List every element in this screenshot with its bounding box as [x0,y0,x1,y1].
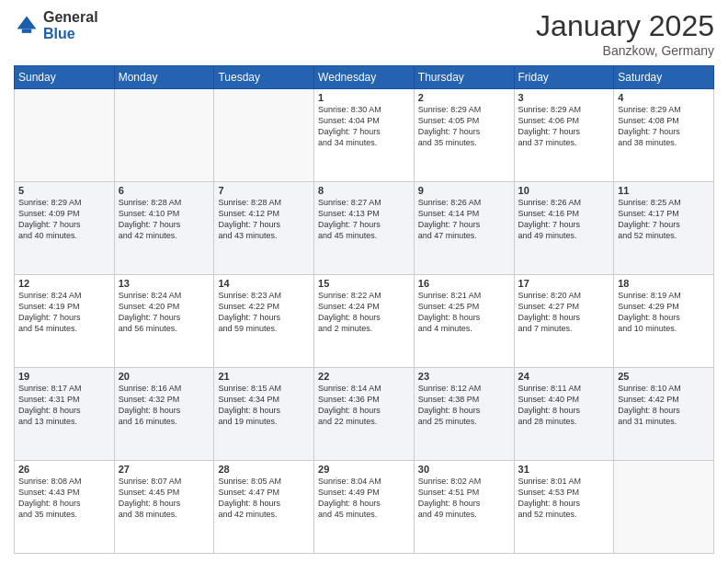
day-number: 4 [618,92,710,103]
table-cell: 12Sunrise: 8:24 AM Sunset: 4:19 PM Dayli… [15,275,115,368]
day-info: Sunrise: 8:19 AM Sunset: 4:29 PM Dayligh… [618,290,710,335]
day-info: Sunrise: 8:27 AM Sunset: 4:13 PM Dayligh… [318,197,410,242]
col-tuesday: Tuesday [214,66,314,89]
day-number: 9 [418,185,510,196]
day-info: Sunrise: 8:08 AM Sunset: 4:43 PM Dayligh… [18,476,110,521]
col-monday: Monday [114,66,214,89]
day-number: 2 [418,92,510,103]
table-cell: 20Sunrise: 8:16 AM Sunset: 4:32 PM Dayli… [114,368,214,461]
table-cell: 15Sunrise: 8:22 AM Sunset: 4:24 PM Dayli… [314,275,415,368]
col-friday: Friday [514,66,614,89]
table-cell: 21Sunrise: 8:15 AM Sunset: 4:34 PM Dayli… [214,368,314,461]
table-cell [614,461,714,554]
table-cell: 8Sunrise: 8:27 AM Sunset: 4:13 PM Daylig… [314,182,415,275]
month-title: January 2025 [536,9,714,43]
logo-text: General Blue [43,9,98,41]
table-cell: 9Sunrise: 8:26 AM Sunset: 4:14 PM Daylig… [414,182,514,275]
calendar-week-3: 12Sunrise: 8:24 AM Sunset: 4:19 PM Dayli… [15,275,714,368]
day-info: Sunrise: 8:24 AM Sunset: 4:20 PM Dayligh… [119,290,210,335]
day-info: Sunrise: 8:30 AM Sunset: 4:04 PM Dayligh… [318,104,410,149]
table-cell: 27Sunrise: 8:07 AM Sunset: 4:45 PM Dayli… [114,461,214,554]
table-cell: 19Sunrise: 8:17 AM Sunset: 4:31 PM Dayli… [15,368,115,461]
day-number: 3 [518,92,610,103]
day-number: 8 [318,185,410,196]
logo-general: General [43,9,98,26]
day-number: 26 [18,464,110,475]
day-info: Sunrise: 8:29 AM Sunset: 4:09 PM Dayligh… [18,197,110,242]
col-sunday: Sunday [15,66,115,89]
day-number: 22 [318,371,410,382]
table-cell [114,89,214,182]
day-info: Sunrise: 8:23 AM Sunset: 4:22 PM Dayligh… [218,290,310,335]
location: Banzkow, Germany [536,43,714,58]
day-number: 13 [119,278,210,289]
header: General Blue January 2025 Banzkow, Germa… [14,9,714,58]
day-info: Sunrise: 8:29 AM Sunset: 4:08 PM Dayligh… [618,104,710,149]
day-info: Sunrise: 8:17 AM Sunset: 4:31 PM Dayligh… [18,383,110,428]
calendar-week-1: 1Sunrise: 8:30 AM Sunset: 4:04 PM Daylig… [15,89,714,182]
table-cell: 24Sunrise: 8:11 AM Sunset: 4:40 PM Dayli… [514,368,614,461]
table-cell: 17Sunrise: 8:20 AM Sunset: 4:27 PM Dayli… [514,275,614,368]
day-info: Sunrise: 8:21 AM Sunset: 4:25 PM Dayligh… [418,290,510,335]
col-thursday: Thursday [414,66,514,89]
day-info: Sunrise: 8:07 AM Sunset: 4:45 PM Dayligh… [119,476,210,521]
day-info: Sunrise: 8:11 AM Sunset: 4:40 PM Dayligh… [518,383,610,428]
calendar-week-2: 5Sunrise: 8:29 AM Sunset: 4:09 PM Daylig… [15,182,714,275]
title-block: January 2025 Banzkow, Germany [536,9,714,58]
table-cell: 29Sunrise: 8:04 AM Sunset: 4:49 PM Dayli… [314,461,415,554]
day-info: Sunrise: 8:26 AM Sunset: 4:14 PM Dayligh… [418,197,510,242]
day-number: 19 [18,371,110,382]
table-cell: 4Sunrise: 8:29 AM Sunset: 4:08 PM Daylig… [614,89,714,182]
day-number: 21 [218,371,310,382]
day-info: Sunrise: 8:15 AM Sunset: 4:34 PM Dayligh… [218,383,310,428]
svg-marker-0 [17,16,37,29]
table-cell: 11Sunrise: 8:25 AM Sunset: 4:17 PM Dayli… [614,182,714,275]
page: General Blue January 2025 Banzkow, Germa… [0,0,728,563]
day-info: Sunrise: 8:02 AM Sunset: 4:51 PM Dayligh… [418,476,510,521]
table-cell: 25Sunrise: 8:10 AM Sunset: 4:42 PM Dayli… [614,368,714,461]
day-info: Sunrise: 8:22 AM Sunset: 4:24 PM Dayligh… [318,290,410,335]
day-info: Sunrise: 8:16 AM Sunset: 4:32 PM Dayligh… [119,383,210,428]
logo: General Blue [14,9,98,41]
day-info: Sunrise: 8:24 AM Sunset: 4:19 PM Dayligh… [18,290,110,335]
day-info: Sunrise: 8:26 AM Sunset: 4:16 PM Dayligh… [518,197,610,242]
day-info: Sunrise: 8:05 AM Sunset: 4:47 PM Dayligh… [218,476,310,521]
day-number: 30 [418,464,510,475]
day-info: Sunrise: 8:12 AM Sunset: 4:38 PM Dayligh… [418,383,510,428]
table-cell: 10Sunrise: 8:26 AM Sunset: 4:16 PM Dayli… [514,182,614,275]
day-number: 25 [618,371,710,382]
table-cell: 3Sunrise: 8:29 AM Sunset: 4:06 PM Daylig… [514,89,614,182]
calendar-header-row: Sunday Monday Tuesday Wednesday Thursday… [15,66,714,89]
table-cell: 28Sunrise: 8:05 AM Sunset: 4:47 PM Dayli… [214,461,314,554]
day-info: Sunrise: 8:28 AM Sunset: 4:10 PM Dayligh… [119,197,210,242]
table-cell: 22Sunrise: 8:14 AM Sunset: 4:36 PM Dayli… [314,368,415,461]
day-number: 16 [418,278,510,289]
table-cell: 5Sunrise: 8:29 AM Sunset: 4:09 PM Daylig… [15,182,115,275]
day-info: Sunrise: 8:10 AM Sunset: 4:42 PM Dayligh… [618,383,710,428]
col-wednesday: Wednesday [314,66,415,89]
day-info: Sunrise: 8:14 AM Sunset: 4:36 PM Dayligh… [318,383,410,428]
day-number: 31 [518,464,610,475]
table-cell: 16Sunrise: 8:21 AM Sunset: 4:25 PM Dayli… [414,275,514,368]
calendar-table: Sunday Monday Tuesday Wednesday Thursday… [14,65,714,554]
logo-icon [14,13,40,39]
day-number: 23 [418,371,510,382]
svg-rect-1 [22,29,32,32]
day-number: 5 [18,185,110,196]
table-cell [214,89,314,182]
day-number: 20 [119,371,210,382]
day-number: 7 [218,185,310,196]
day-info: Sunrise: 8:29 AM Sunset: 4:06 PM Dayligh… [518,104,610,149]
day-info: Sunrise: 8:01 AM Sunset: 4:53 PM Dayligh… [518,476,610,521]
table-cell: 30Sunrise: 8:02 AM Sunset: 4:51 PM Dayli… [414,461,514,554]
day-number: 10 [518,185,610,196]
day-number: 29 [318,464,410,475]
col-saturday: Saturday [614,66,714,89]
table-cell: 18Sunrise: 8:19 AM Sunset: 4:29 PM Dayli… [614,275,714,368]
table-cell: 1Sunrise: 8:30 AM Sunset: 4:04 PM Daylig… [314,89,415,182]
table-cell: 31Sunrise: 8:01 AM Sunset: 4:53 PM Dayli… [514,461,614,554]
day-info: Sunrise: 8:25 AM Sunset: 4:17 PM Dayligh… [618,197,710,242]
table-cell: 2Sunrise: 8:29 AM Sunset: 4:05 PM Daylig… [414,89,514,182]
calendar-week-5: 26Sunrise: 8:08 AM Sunset: 4:43 PM Dayli… [15,461,714,554]
day-info: Sunrise: 8:29 AM Sunset: 4:05 PM Dayligh… [418,104,510,149]
